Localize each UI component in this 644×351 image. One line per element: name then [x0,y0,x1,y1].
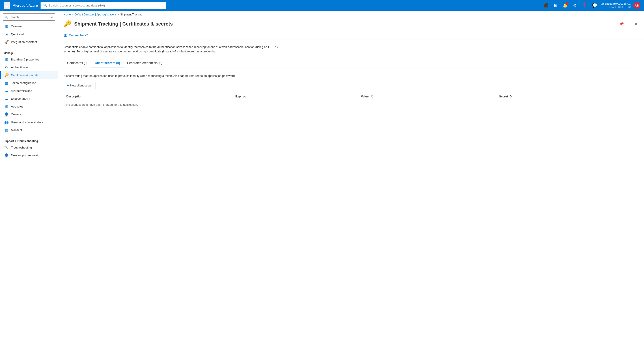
sidebar: 🔍 « ⊞ Overview ☁ Quickstart 🚀 Integratio… [0,11,58,351]
breadcrumb: Home › Default Directory | App registrat… [58,11,644,18]
hamburger-menu[interactable]: ☰ [4,2,10,9]
user-email: amelia.burrows2023@o... [601,2,632,6]
sidebar-item-overview[interactable]: ⊞ Overview [0,22,58,30]
sidebar-item-integration-assistant[interactable]: 🚀 Integration assistant [0,38,58,46]
sidebar-item-label: Authentication [11,66,29,69]
new-client-secret-button[interactable]: + New client secret [64,82,96,89]
app-roles-icon: ⊞ [4,104,9,109]
wrench-icon: 🔧 [4,145,9,150]
azure-logo: Microsoft Azure [12,4,38,8]
help-button[interactable]: ❓ [580,2,589,9]
sidebar-collapse-button[interactable]: « [50,15,53,19]
sidebar-search-icon: 🔍 [5,16,8,19]
manage-section-label: Manage [0,48,58,56]
sidebar-divider [4,47,54,47]
roles-icon: 👥 [4,120,9,124]
search-icon: 🔍 [43,4,47,7]
sidebar-item-api-permissions[interactable]: ☁ API permissions [0,87,58,95]
secrets-table: Description Expires Value i Secret ID [64,93,638,109]
breadcrumb-current: Shipment Tracking [120,13,142,16]
breadcrumb-home[interactable]: Home [64,13,71,16]
sidebar-item-label: Overview [11,25,23,28]
sidebar-item-label: Troubleshooting [11,146,32,149]
support-section-label: Support + Troubleshooting [0,136,58,144]
page-header-icon: 🔑 [64,20,72,28]
tab-client-secrets[interactable]: Client secrets (0) [91,59,124,68]
grid-icon: ⊞ [4,24,9,28]
more-options-button[interactable]: ··· [626,20,632,27]
owners-icon: 👤 [4,112,9,116]
sidebar-item-label: API permissions [11,89,32,92]
sidebar-divider-2 [4,135,54,135]
new-client-secret-label: New client secret [70,84,92,87]
value-info-icon[interactable]: i [370,95,373,98]
global-search-input[interactable] [49,4,163,7]
tab-content-client-secrets: A secret string that the application use… [64,71,638,112]
sidebar-item-new-support[interactable]: 👤 New support request [0,152,58,159]
settings-button[interactable]: ⚙ [571,2,578,9]
sidebar-item-troubleshooting[interactable]: 🔧 Troubleshooting [0,144,58,152]
token-icon: ▦ [4,81,9,85]
branding-icon: ⊞ [4,57,9,62]
sidebar-item-owners[interactable]: 👤 Owners [0,110,58,118]
authentication-icon: ⟳ [4,65,9,70]
support-icon: 👤 [4,153,9,158]
topbar-actions: ⬛ ⊟ 🔔 1 ⚙ ❓ 💬 amelia.burrows2023@o... DE… [542,2,640,9]
sidebar-item-label: Owners [11,113,21,116]
tab-certificates[interactable]: Certificates (0) [64,59,91,68]
table-empty-row: No client secrets have been created for … [64,100,638,109]
user-directory: DEFAULT DIRECTORY [601,6,632,8]
close-button[interactable]: ✕ [634,20,638,27]
feedback-bar[interactable]: 👤 Got feedback? [58,31,644,40]
sidebar-item-manifest[interactable]: ▤ Manifest [0,126,58,134]
sidebar-item-label: Manifest [11,128,22,132]
sidebar-item-label: App roles [11,105,23,108]
sidebar-nav: ⊞ Overview ☁ Quickstart 🚀 Integration as… [0,22,58,351]
cloud-icon: ☁ [4,32,9,36]
user-menu[interactable]: amelia.burrows2023@o... DEFAULT DIRECTOR… [601,2,640,9]
sidebar-item-branding[interactable]: ⊞ Branding & properties [0,56,58,64]
manifest-icon: ▤ [4,128,9,132]
pin-button[interactable]: 📌 [618,20,625,27]
page-title: Shipment Tracking | Certificates & secre… [74,21,173,27]
sidebar-item-label: New support request [11,154,38,157]
sidebar-item-label: Quickstart [11,32,24,36]
sidebar-item-quickstart[interactable]: ☁ Quickstart [0,30,58,38]
breadcrumb-parent[interactable]: Default Directory | App registrations [74,13,117,16]
notifications-button[interactable]: 🔔 1 [561,2,570,9]
tab-description: A secret string that the application use… [64,74,638,78]
sidebar-item-roles-admins[interactable]: 👥 Roles and administrators [0,118,58,126]
col-expires: Expires [233,93,358,100]
col-value: Value i [358,93,496,100]
col-description: Description [64,93,233,100]
sidebar-item-app-roles[interactable]: ⊞ App roles [0,102,58,110]
cloud-shell-button[interactable]: ⬛ [542,2,550,9]
content-area: Home › Default Directory | App registrat… [58,11,644,351]
sidebar-search-input[interactable] [10,16,50,19]
breadcrumb-sep-1: › [72,13,73,16]
credentials-description: Credentials enable confidential applicat… [64,45,283,54]
page-header-actions: 📌 ··· ✕ [618,20,638,27]
feedback-icon-btn[interactable]: 💬 [590,2,599,9]
plus-icon: + [67,84,69,88]
expose-api-icon: ☁ [4,96,9,101]
tabs: Certificates (0) Client secrets (0) Fede… [64,59,638,68]
notification-badge: 1 [566,2,568,5]
directory-button[interactable]: ⊟ [552,2,559,9]
key-icon: 🔑 [4,73,9,77]
sidebar-item-authentication[interactable]: ⟳ Authentication [0,64,58,71]
rocket-icon: 🚀 [4,40,9,44]
page-header: 🔑 Shipment Tracking | Certificates & sec… [58,18,644,31]
col-secret-id: Secret ID [496,93,638,100]
main-layout: 🔍 « ⊞ Overview ☁ Quickstart 🚀 Integratio… [0,11,644,351]
sidebar-item-token-config[interactable]: ▦ Token configuration [0,79,58,87]
sidebar-item-label: Token configuration [11,81,36,85]
global-search-box[interactable]: 🔍 [40,2,166,9]
sidebar-item-label: Expose an API [11,97,30,100]
empty-message: No client secrets have been created for … [64,100,638,109]
sidebar-item-certificates[interactable]: 🔑 Certificates & secrets [0,71,58,79]
tab-federated-credentials[interactable]: Federated credentials (0) [124,59,166,68]
sidebar-search-box[interactable]: 🔍 « [3,14,55,20]
breadcrumb-sep-2: › [118,13,119,16]
sidebar-item-expose-api[interactable]: ☁ Expose an API [0,95,58,102]
